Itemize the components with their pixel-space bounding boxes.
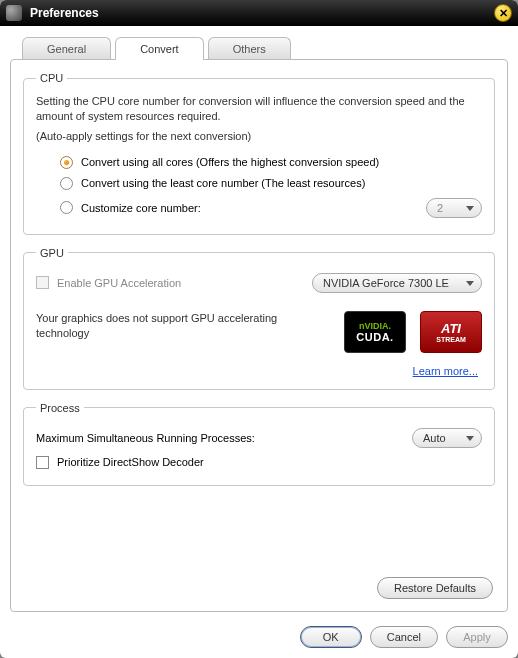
- cpu-group: CPU Setting the CPU core number for conv…: [23, 72, 495, 235]
- apply-button[interactable]: Apply: [446, 626, 508, 648]
- process-legend: Process: [36, 402, 84, 414]
- process-max-select[interactable]: Auto: [412, 428, 482, 448]
- checkbox-icon[interactable]: [36, 456, 49, 469]
- ok-button[interactable]: OK: [300, 626, 362, 648]
- tab-general[interactable]: General: [22, 37, 111, 60]
- cpu-option-customize[interactable]: Customize core number: 2: [36, 194, 482, 222]
- cpu-core-select[interactable]: 2: [426, 198, 482, 218]
- gpu-group: GPU Enable GPU Acceleration NVIDIA GeFor…: [23, 247, 495, 390]
- process-prioritize-row[interactable]: Prioritize DirectShow Decoder: [36, 452, 482, 473]
- gpu-unsupported-text: Your graphics does not support GPU accel…: [36, 311, 324, 341]
- ati-stream-icon: ATI STREAM: [420, 311, 482, 353]
- radio-icon: [60, 177, 73, 190]
- select-value: Auto: [423, 432, 446, 444]
- gpu-badges: nVIDIA. CUDA. ATI STREAM Learn more...: [344, 311, 482, 377]
- radio-icon: [60, 201, 73, 214]
- cancel-button[interactable]: Cancel: [370, 626, 438, 648]
- gpu-device-select[interactable]: NVIDIA GeForce 7300 LE: [312, 273, 482, 293]
- radio-icon: [60, 156, 73, 169]
- select-value: NVIDIA GeForce 7300 LE: [323, 277, 449, 289]
- radio-label: Convert using the least core number (The…: [81, 177, 365, 189]
- tab-others[interactable]: Others: [208, 37, 291, 60]
- process-prioritize-label: Prioritize DirectShow Decoder: [57, 456, 204, 468]
- app-icon: [6, 5, 22, 21]
- restore-defaults-button[interactable]: Restore Defaults: [377, 577, 493, 599]
- dialog-footer: OK Cancel Apply: [0, 620, 518, 658]
- gpu-enable-row: Enable GPU Acceleration NVIDIA GeForce 7…: [36, 269, 482, 297]
- process-max-label: Maximum Simultaneous Running Processes:: [36, 432, 255, 444]
- window-body: General Convert Others CPU Setting the C…: [0, 26, 518, 620]
- tab-convert[interactable]: Convert: [115, 37, 204, 60]
- gpu-info-row: Your graphics does not support GPU accel…: [36, 297, 482, 377]
- window-title: Preferences: [30, 6, 494, 20]
- gpu-enable-label: Enable GPU Acceleration: [57, 277, 181, 289]
- cpu-description: Setting the CPU core number for conversi…: [36, 94, 482, 124]
- radio-label: Convert using all cores (Offers the high…: [81, 156, 379, 168]
- cpu-legend: CPU: [36, 72, 67, 84]
- checkbox-icon[interactable]: [36, 276, 49, 289]
- process-max-row: Maximum Simultaneous Running Processes: …: [36, 424, 482, 452]
- tab-panel-convert: CPU Setting the CPU core number for conv…: [10, 59, 508, 612]
- preferences-window: Preferences ✕ General Convert Others CPU…: [0, 0, 518, 658]
- cpu-auto-note: (Auto-apply settings for the next conver…: [36, 130, 482, 142]
- cpu-option-all-cores[interactable]: Convert using all cores (Offers the high…: [36, 152, 482, 173]
- close-icon[interactable]: ✕: [494, 4, 512, 22]
- radio-label: Customize core number:: [81, 202, 201, 214]
- nvidia-cuda-icon: nVIDIA. CUDA.: [344, 311, 406, 353]
- select-value: 2: [437, 202, 443, 214]
- tab-bar: General Convert Others: [10, 36, 508, 59]
- titlebar: Preferences ✕: [0, 0, 518, 26]
- restore-row: Restore Defaults: [23, 571, 495, 601]
- gpu-learn-more-link[interactable]: Learn more...: [413, 365, 482, 377]
- cpu-option-least-cores[interactable]: Convert using the least core number (The…: [36, 173, 482, 194]
- gpu-legend: GPU: [36, 247, 68, 259]
- process-group: Process Maximum Simultaneous Running Pro…: [23, 402, 495, 486]
